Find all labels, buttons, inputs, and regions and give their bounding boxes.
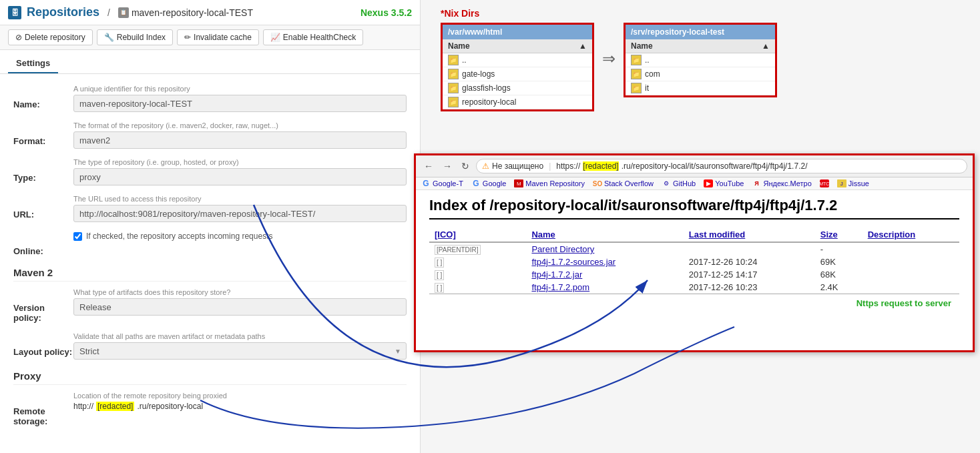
name-field-row: Name: A unique identifier for this repos…: [13, 85, 407, 112]
invalidate-label: Invalidate cache: [194, 33, 252, 42]
bookmark-youtube[interactable]: ▶ YouTube: [704, 179, 744, 187]
bookmark-stackoverflow[interactable]: SO Stack Overflow: [593, 179, 654, 187]
proxy-section-title: Proxy: [13, 370, 407, 385]
delete-repository-button[interactable]: ⊘ Delete repository: [8, 29, 93, 45]
nix-dirs-title: *Nix Dirs: [441, 8, 777, 19]
delete-label: Delete repository: [25, 33, 85, 42]
table-row-pom: [ ] ftp4j-1.7.2.pom 2017-12-26 10:23 2.4…: [429, 281, 959, 294]
type-input[interactable]: [73, 168, 407, 185]
sources-jar-link[interactable]: ftp4j-1.7.2-sources.jar: [531, 257, 616, 267]
file-modified-parent: [684, 243, 815, 256]
bookmark-google-t[interactable]: G Google-T: [421, 179, 463, 187]
right-parent-icon: 📁: [631, 55, 642, 65]
yandex-icon: Я: [752, 179, 761, 187]
mts-icon: МТС: [820, 179, 829, 187]
remote-storage-label: Remote storage:: [13, 392, 73, 426]
th-size-link[interactable]: Size: [820, 230, 838, 240]
title-text: Repositories: [27, 5, 99, 19]
invalidate-cache-button[interactable]: ✏ Invalidate cache: [177, 29, 259, 45]
version-policy-content: What type of artifacts does this reposit…: [73, 288, 407, 316]
app-title: Repositories: [27, 5, 99, 19]
file-name-sources: ftp4j-1.7.2-sources.jar: [526, 256, 683, 268]
file-modified-sources: 2017-12-26 10:24: [684, 256, 815, 268]
not-secure-text: Не защищено: [492, 161, 543, 171]
remote-storage-hint: Location of the remote repository being …: [73, 392, 407, 400]
file-desc-parent: [863, 243, 959, 256]
jar-link[interactable]: ftp4j-1.7.2.jar: [531, 270, 582, 280]
nexus-header: 🗄 Repositories / 📋 maven-repository-loca…: [0, 0, 420, 25]
nix-panels: /var/www/html Name ▲ 📁 .. 📁 gate-logs 📁 …: [441, 23, 777, 111]
nexus-panel: 🗄 Repositories / 📋 maven-repository-loca…: [0, 0, 421, 453]
file-size-jar: 68K: [815, 268, 863, 281]
version-policy-input[interactable]: [73, 298, 407, 316]
remote-storage-content: Location of the remote repository being …: [73, 392, 407, 411]
https-note: Nttps request to server: [429, 294, 959, 311]
rebuild-index-button[interactable]: 🔧 Rebuild Index: [97, 29, 173, 45]
nix-left-item-1[interactable]: 📁 glassfish-logs: [443, 81, 592, 95]
url-input[interactable]: [73, 205, 407, 222]
url-text: https://: [556, 161, 580, 171]
nix-left-item-2[interactable]: 📁 repository-local: [443, 95, 592, 109]
online-checkbox[interactable]: [73, 232, 82, 241]
nix-left-item-parent[interactable]: 📁 ..: [443, 53, 592, 67]
reload-button[interactable]: ↻: [459, 159, 472, 173]
online-hint: If checked, the repository accepts incom…: [86, 232, 272, 241]
browser-content: Index of /repository-local/it/sauronsoft…: [416, 190, 973, 350]
google-icon: G: [471, 179, 481, 187]
repo-name: maven-repository-local-TEST: [132, 7, 253, 18]
nix-right-item-0[interactable]: 📁 com: [626, 67, 775, 81]
th-desc-link[interactable]: Description: [868, 230, 916, 240]
file-ico-parent: [PARENTDIR]: [429, 243, 526, 256]
nix-right-item-1[interactable]: 📁 it: [626, 81, 775, 95]
nix-left-header: /var/www/html: [443, 25, 592, 39]
bookmark-google[interactable]: G Google: [471, 179, 506, 187]
format-hint: The format of the repository (i.e. maven…: [73, 121, 407, 129]
version-policy-label: Version policy:: [13, 288, 73, 323]
warning-icon: ⚠: [482, 161, 489, 171]
index-title: Index of /repository-local/it/sauronsoft…: [429, 197, 959, 219]
file-ico-sources: [ ]: [429, 256, 526, 268]
nix-right-item-parent[interactable]: 📁 ..: [626, 53, 775, 67]
enable-label: Enable HealthCheck: [283, 33, 356, 42]
nix-right-col-header: Name ▲: [626, 39, 775, 53]
type-hint: The type of repository (i.e. group, host…: [73, 158, 407, 166]
format-input[interactable]: [73, 131, 407, 149]
back-button[interactable]: ←: [421, 159, 436, 173]
pom-link[interactable]: ftp4j-1.7.2.pom: [531, 282, 589, 292]
url-bar[interactable]: ⚠ Не защищено | https:// [redacted] .ru/…: [476, 159, 967, 173]
table-header-row: [ICO] Name Last modified Size Descriptio…: [429, 228, 959, 242]
bookmark-yandex[interactable]: Я Яндекс.Метро: [752, 179, 811, 187]
name-input[interactable]: [73, 95, 407, 112]
th-ico-link[interactable]: [ICO]: [435, 230, 456, 240]
forward-button[interactable]: →: [440, 159, 455, 173]
parent-dir-link[interactable]: Parent Directory: [531, 244, 594, 254]
table-row-sources: [ ] ftp4j-1.7.2-sources.jar 2017-12-26 1…: [429, 256, 959, 268]
format-field-row: Format: The format of the repository (i.…: [13, 121, 407, 149]
th-modified-link[interactable]: Last modified: [689, 230, 746, 240]
nix-left-col-header: Name ▲: [443, 39, 592, 53]
url-label: URL:: [13, 195, 73, 219]
right-folder-icon-1: 📁: [631, 83, 642, 93]
layout-policy-row: Layout policy: Validate that all paths a…: [13, 332, 407, 360]
tab-settings[interactable]: Settings: [8, 54, 58, 73]
name-hint: A unique identifier for this repository: [73, 85, 407, 93]
repo-icon: 📋: [118, 7, 129, 18]
invalidate-icon: ✏: [184, 33, 191, 42]
file-desc-sources: [863, 256, 959, 268]
right-folder-icon-0: 📁: [631, 69, 642, 79]
name-content: A unique identifier for this repository: [73, 85, 407, 112]
file-name-pom: ftp4j-1.7.2.pom: [526, 281, 683, 294]
th-name-link[interactable]: Name: [531, 230, 555, 240]
enable-healthcheck-button[interactable]: 📈 Enable HealthCheck: [263, 29, 363, 45]
file-ico-pom: [ ]: [429, 281, 526, 294]
nix-left-item-0[interactable]: 📁 gate-logs: [443, 67, 592, 81]
bookmark-mts[interactable]: МТС: [820, 179, 829, 187]
layout-policy-select[interactable]: Strict Permissive: [73, 342, 407, 360]
format-label: Format:: [13, 121, 73, 146]
google-t-icon: G: [421, 179, 431, 187]
layout-policy-content: Validate that all paths are maven artifa…: [73, 332, 407, 360]
rebuild-icon: 🔧: [104, 33, 114, 42]
bookmark-jissue[interactable]: J Jissue: [837, 179, 869, 187]
bookmark-github[interactable]: ⚙ GitHub: [662, 179, 696, 187]
bookmark-maven[interactable]: M Maven Repository: [514, 179, 585, 187]
